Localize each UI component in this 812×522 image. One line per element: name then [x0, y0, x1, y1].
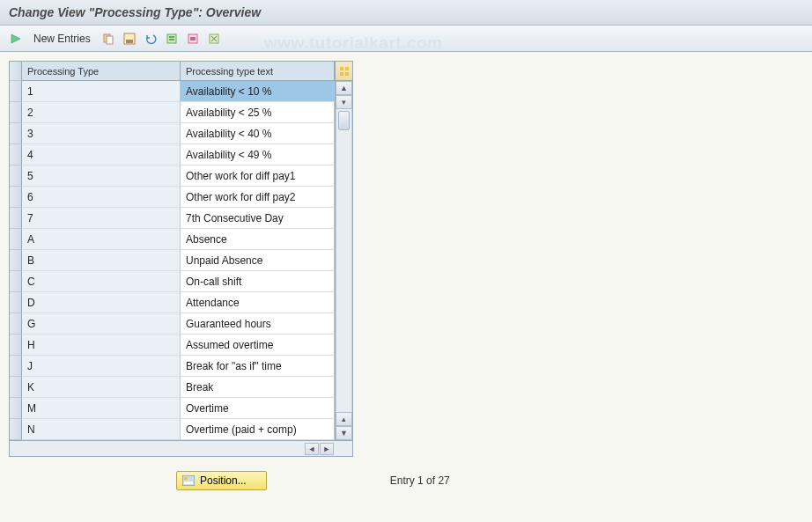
select-block-icon[interactable]	[184, 30, 202, 48]
column-header-type[interactable]: Processing Type	[22, 62, 181, 81]
cell-processing-text[interactable]: Availability < 40 %	[181, 123, 335, 144]
cell-processing-type[interactable]: K	[22, 377, 181, 398]
position-label: Position...	[200, 474, 247, 487]
svg-rect-1	[107, 36, 113, 44]
position-button[interactable]: Position...	[176, 471, 267, 490]
row-selector[interactable]	[10, 313, 22, 335]
cell-processing-text[interactable]: Other work for diff pay2	[181, 187, 335, 208]
scroll-line-down-button[interactable]: ▴	[336, 412, 352, 426]
save-icon[interactable]	[121, 30, 138, 48]
page-title: Change View "Processing Type": Overview	[0, 0, 812, 26]
cell-processing-text[interactable]: Break for "as if" time	[181, 356, 335, 377]
cell-processing-type[interactable]: 2	[22, 102, 181, 123]
svg-rect-15	[345, 72, 349, 76]
cell-processing-type[interactable]: 5	[22, 165, 181, 187]
cell-processing-type[interactable]: D	[22, 292, 181, 313]
cell-processing-type[interactable]: A	[22, 229, 181, 250]
row-selector[interactable]	[10, 250, 22, 271]
row-selector[interactable]	[10, 123, 22, 144]
processing-type-table: Processing Type1234567ABCDGHJKMN Process…	[9, 61, 353, 457]
deselect-all-icon[interactable]	[205, 30, 223, 48]
expand-icon[interactable]	[7, 30, 25, 48]
svg-rect-18	[184, 482, 193, 484]
cell-processing-type[interactable]: 4	[22, 144, 181, 165]
row-selector[interactable]	[10, 271, 22, 292]
cell-processing-type[interactable]: M	[22, 398, 181, 419]
content-area: Processing Type1234567ABCDGHJKMN Process…	[0, 52, 812, 522]
row-selector[interactable]	[10, 335, 22, 356]
column-header-text[interactable]: Processing type text	[181, 62, 335, 81]
row-selector[interactable]	[10, 208, 22, 229]
scroll-up-button[interactable]: ▲	[336, 81, 352, 95]
svg-rect-8	[190, 37, 196, 40]
row-selector[interactable]	[10, 398, 22, 419]
cell-processing-type[interactable]: 3	[22, 123, 181, 144]
scroll-right-button[interactable]: ►	[320, 443, 334, 455]
svg-rect-17	[184, 477, 188, 480]
cell-processing-text[interactable]: Unpaid Absence	[181, 250, 335, 271]
row-selector[interactable]	[10, 187, 22, 208]
cell-processing-text[interactable]: Overtime	[181, 398, 335, 419]
cell-processing-type[interactable]: J	[22, 356, 181, 377]
cell-processing-type[interactable]: H	[22, 335, 181, 356]
scroll-track[interactable]	[336, 109, 352, 412]
cell-processing-text[interactable]: Other work for diff pay1	[181, 165, 335, 187]
cell-processing-text[interactable]: Availability < 49 %	[181, 144, 335, 165]
row-selector[interactable]	[10, 356, 22, 377]
table-settings-icon[interactable]	[336, 62, 352, 81]
cell-processing-type[interactable]: G	[22, 313, 181, 335]
cell-processing-text[interactable]: Guaranteed hours	[181, 313, 335, 335]
cell-processing-text[interactable]: 7th Consecutive Day	[181, 208, 335, 229]
svg-rect-5	[169, 36, 174, 38]
row-selector-header[interactable]	[10, 62, 22, 81]
copy-icon[interactable]	[100, 30, 117, 48]
row-selector[interactable]	[10, 292, 22, 313]
row-selector[interactable]	[10, 165, 22, 187]
svg-rect-13	[345, 67, 349, 70]
svg-rect-16	[182, 475, 195, 486]
vertical-scrollbar[interactable]: ▲ ▾ ▴ ▼	[335, 62, 352, 440]
cell-processing-type[interactable]: C	[22, 271, 181, 292]
cell-processing-type[interactable]: N	[22, 419, 181, 440]
cell-processing-text[interactable]: Assumed overtime	[181, 335, 335, 356]
undo-icon[interactable]	[142, 30, 159, 48]
row-selector[interactable]	[10, 102, 22, 123]
cell-processing-text[interactable]: Overtime (paid + comp)	[181, 419, 335, 440]
cell-processing-text[interactable]: Availability < 25 %	[181, 102, 335, 123]
row-selector[interactable]	[10, 377, 22, 398]
cell-processing-type[interactable]: 1	[22, 81, 181, 102]
cell-processing-text[interactable]: Absence	[181, 229, 335, 250]
cell-processing-text[interactable]: Availability < 10 %	[181, 81, 335, 102]
row-selector[interactable]	[10, 144, 22, 165]
new-entries-button[interactable]: New Entries	[28, 31, 96, 47]
row-selector[interactable]	[10, 229, 22, 250]
cell-processing-type[interactable]: 7	[22, 208, 181, 229]
svg-rect-6	[169, 39, 174, 40]
toolbar: New Entries	[0, 26, 812, 52]
scroll-left-button[interactable]: ◄	[305, 443, 319, 455]
cell-processing-type[interactable]: 6	[22, 187, 181, 208]
row-selector[interactable]	[10, 81, 22, 102]
cell-processing-text[interactable]: On-call shift	[181, 271, 335, 292]
scroll-down-button[interactable]: ▼	[336, 426, 352, 440]
svg-rect-14	[340, 72, 343, 76]
position-icon	[182, 475, 195, 486]
row-selector[interactable]	[10, 419, 22, 440]
scroll-thumb[interactable]	[338, 111, 350, 130]
select-all-icon[interactable]	[163, 30, 181, 48]
svg-rect-3	[126, 40, 133, 43]
cell-processing-text[interactable]: Break	[181, 377, 335, 398]
horizontal-scrollbar[interactable]: ◄ ►	[10, 440, 352, 456]
cell-processing-text[interactable]: Attendance	[181, 292, 335, 313]
entry-status: Entry 1 of 27	[390, 474, 450, 487]
svg-rect-12	[340, 67, 343, 70]
scroll-line-up-button[interactable]: ▾	[336, 95, 352, 109]
cell-processing-type[interactable]: B	[22, 250, 181, 271]
